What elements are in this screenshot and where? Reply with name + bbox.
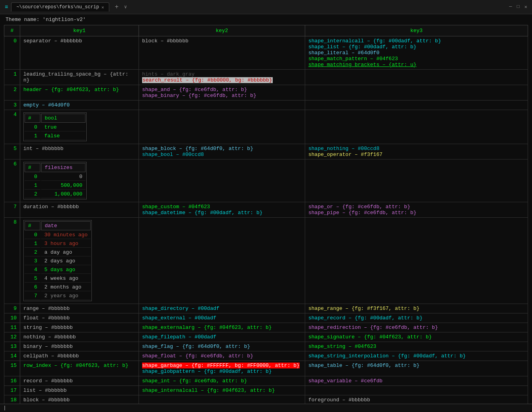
tab-main[interactable]: ~\source\repos\forks\nu_scrip ✕ bbox=[11, 2, 109, 11]
table-row: 11 string – #bbbbbb shape_externalarg – … bbox=[4, 323, 528, 332]
mini-col-hash: # bbox=[25, 114, 40, 123]
row-key2 bbox=[139, 159, 305, 202]
row-index: 12 bbox=[4, 332, 20, 342]
row-key1: list – #bbbbbb bbox=[20, 386, 139, 395]
table-row: 0 separator – #bbbbbb block – #bbbbbb sh… bbox=[4, 36, 528, 70]
table-row: 14 cellpath – #bbbbbb shape_float – {fg:… bbox=[4, 351, 528, 361]
table-row: 6 # filesizes 0 0 bbox=[4, 159, 528, 202]
mini-table-row: 7 2 years ago bbox=[25, 292, 91, 300]
row-key2: shape_and – {fg: #ce6fdb, attr: b} shape… bbox=[139, 85, 305, 101]
col-header-key3: key3 bbox=[305, 25, 528, 36]
mini-row-val: 2 years ago bbox=[41, 292, 91, 300]
row-key1: duration – #bbbbbb bbox=[20, 202, 139, 218]
mini-row-index: 6 bbox=[25, 283, 40, 291]
mini-col-date: date bbox=[41, 221, 91, 230]
row-key3: shape_nothing – #00ccd8 shape_operator –… bbox=[305, 144, 528, 159]
main-content[interactable]: # key1 key2 key3 0 separator – #bbbbbb b… bbox=[0, 25, 532, 404]
mini-table-row: 1 3 hours ago bbox=[25, 240, 91, 248]
row-key3 bbox=[305, 218, 528, 304]
row-key2: shape_internalcall – {fg: #04f623, attr:… bbox=[139, 386, 305, 395]
data-table: # key1 key2 key3 0 separator – #bbbbbb b… bbox=[4, 25, 528, 404]
row-key2 bbox=[139, 101, 305, 110]
mini-row-index: 5 bbox=[25, 275, 40, 283]
row-key2: block – #bbbbbb bbox=[139, 36, 305, 70]
row-key3: shape_redirection – {fg: #ce6fdb, attr: … bbox=[305, 323, 528, 332]
mini-table-row: 6 2 months ago bbox=[25, 283, 91, 291]
row-index: 0 bbox=[4, 36, 20, 70]
row-index: 1 bbox=[4, 70, 20, 85]
mini-row-val: 5 days ago bbox=[41, 266, 91, 274]
mini-row-val: 4 weeks ago bbox=[41, 275, 91, 283]
tab-dropdown-button[interactable]: ∨ bbox=[124, 4, 127, 10]
row-key2: shape_block – {fg: #64d0f0, attr: b} sha… bbox=[139, 144, 305, 159]
new-tab-button[interactable]: + bbox=[112, 4, 121, 11]
row-key1: float – #bbbbbb bbox=[20, 313, 139, 323]
row-key3 bbox=[305, 85, 528, 101]
mini-table-row: 0 true bbox=[25, 123, 86, 131]
row-key2: shape_garbage – {fg: #FFFFFF, bg: #FF000… bbox=[139, 361, 305, 376]
row-index: 17 bbox=[4, 386, 20, 395]
row-index: 10 bbox=[4, 313, 20, 323]
row-key1: # filesizes 0 0 1 500,000 bbox=[20, 159, 139, 202]
table-row: 4 # bool 0 true bbox=[4, 110, 528, 144]
row-index: 18 bbox=[4, 395, 20, 404]
row-index: 16 bbox=[4, 376, 20, 386]
mini-row-index: 1 bbox=[25, 182, 40, 190]
close-button[interactable]: ✕ bbox=[524, 4, 527, 10]
mini-row-val: 0 bbox=[41, 173, 86, 181]
table-row: 13 binary – #bbbbbb shape_flag – {fg: #6… bbox=[4, 342, 528, 351]
maximize-button[interactable]: □ bbox=[517, 4, 520, 10]
mini-row-val: true bbox=[41, 123, 86, 131]
row-key2 bbox=[139, 218, 305, 304]
row-key2: shape_int – {fg: #ce6fdb, attr: b} bbox=[139, 376, 305, 386]
theme-line: Theme name: 'nightlion-v2' bbox=[0, 14, 532, 25]
mini-row-val: 1,000,000 bbox=[41, 190, 86, 198]
row-key2: hints – dark_gray search_result – {fg: #… bbox=[139, 70, 305, 85]
row-key1: range – #bbbbbb bbox=[20, 304, 139, 313]
row-key3: shape_internalcall – {fg: #00dadf, attr:… bbox=[305, 36, 528, 70]
row-key3: shape_string_interpolation – {fg: #00dad… bbox=[305, 351, 528, 361]
mini-table-row: 1 500,000 bbox=[25, 182, 86, 190]
titlebar: ≡ ~\source\repos\forks\nu_scrip ✕ + ∨ — … bbox=[0, 0, 532, 14]
row-key2 bbox=[139, 110, 305, 144]
mini-table-row: 5 4 weeks ago bbox=[25, 275, 91, 283]
tab-close-button[interactable]: ✕ bbox=[101, 5, 104, 10]
terminal-icon: ≡ bbox=[5, 4, 8, 10]
row-key3: shape_signature – {fg: #04f623, attr: b} bbox=[305, 332, 528, 342]
minimize-button[interactable]: — bbox=[509, 4, 512, 10]
row-key2 bbox=[139, 395, 305, 404]
row-key1: record – #bbbbbb bbox=[20, 376, 139, 386]
row-index: 2 bbox=[4, 85, 20, 101]
row-key2: shape_filepath – #00dadf bbox=[139, 332, 305, 342]
row-index: 14 bbox=[4, 351, 20, 361]
row-key1: header – {fg: #04f623, attr: b} bbox=[20, 85, 139, 101]
row-key3: shape_variable – #ce6fdb bbox=[305, 376, 528, 386]
window-controls: — □ ✕ bbox=[509, 4, 527, 10]
row-key3 bbox=[305, 386, 528, 395]
row-key3: shape_string – #04f623 bbox=[305, 342, 528, 351]
row-key3 bbox=[305, 159, 528, 202]
row-key1: row_index – {fg: #04f623, attr: b} bbox=[20, 361, 139, 376]
row-key3 bbox=[305, 101, 528, 110]
table-row: 18 block – #bbbbbb foreground – #bbbbbb bbox=[4, 395, 528, 404]
row-index: 4 bbox=[4, 110, 20, 144]
mini-row-index: 3 bbox=[25, 257, 40, 265]
row-index: 5 bbox=[4, 144, 20, 159]
mini-row-index: 1 bbox=[25, 240, 40, 248]
row-key3: shape_or – {fg: #ce6fdb, attr: b} shape_… bbox=[305, 202, 528, 218]
row-key2: shape_custom – #04f623 shape_datetime – … bbox=[139, 202, 305, 218]
mini-table-date: # date 0 30 minutes ago 1 3 hours bbox=[23, 220, 92, 301]
cursor-indicator: | bbox=[3, 405, 6, 411]
mini-row-val: a day ago bbox=[41, 249, 91, 256]
mini-row-index: 0 bbox=[25, 173, 40, 181]
row-index: 7 bbox=[4, 202, 20, 218]
mini-row-val: 500,000 bbox=[41, 182, 86, 190]
row-key3: shape_table – {fg: #64d0f0, attr: b} bbox=[305, 361, 528, 376]
mini-table-row: 0 30 minutes ago bbox=[25, 231, 91, 239]
mini-row-val: 2 months ago bbox=[41, 283, 91, 291]
row-key3 bbox=[305, 110, 528, 144]
mini-table-row: 4 5 days ago bbox=[25, 266, 91, 274]
row-key1: nothing – #bbbbbb bbox=[20, 332, 139, 342]
row-index: 3 bbox=[4, 101, 20, 110]
mini-row-val: false bbox=[41, 132, 86, 140]
